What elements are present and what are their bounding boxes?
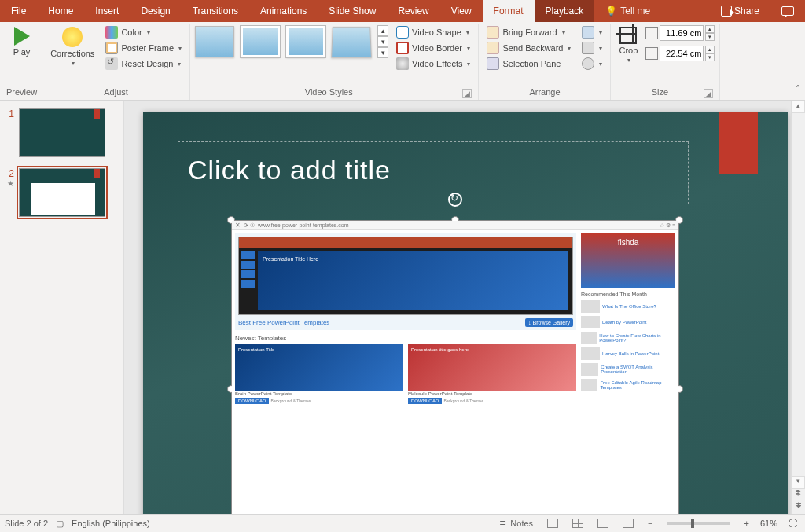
rotate-button[interactable] xyxy=(579,57,605,71)
crop-button[interactable]: Crop xyxy=(616,25,641,65)
align-button[interactable] xyxy=(579,25,605,39)
zoom-level[interactable]: 61% xyxy=(760,519,777,528)
size-dialog-launcher[interactable]: ◢ xyxy=(704,89,713,98)
zoom-slider[interactable] xyxy=(667,522,730,525)
group-size: Crop ▴▾ ▴▾ Size ◢ xyxy=(611,24,720,100)
group-objects-button[interactable] xyxy=(579,41,605,55)
width-up[interactable]: ▴ xyxy=(705,46,715,53)
align-icon xyxy=(582,26,594,39)
title-placeholder[interactable]: Click to add title xyxy=(178,141,689,204)
slideshow-view-button[interactable] xyxy=(619,519,637,528)
zoom-in-button[interactable]: + xyxy=(741,519,752,528)
slide-indicator[interactable]: Slide 2 of 2 xyxy=(5,519,48,528)
height-icon xyxy=(645,27,658,39)
thumbnail-1[interactable]: 1 xyxy=(5,108,119,157)
send-backward-icon xyxy=(487,42,499,54)
video-effects-button[interactable]: Video Effects xyxy=(393,57,473,71)
gallery-down-icon[interactable]: ▾ xyxy=(377,36,388,47)
template-2-name: Molecule PowerPoint Template xyxy=(408,391,576,396)
slide-sorter-view-button[interactable] xyxy=(569,519,586,528)
tab-format[interactable]: Format xyxy=(483,0,535,22)
video-border-button[interactable]: Video Border xyxy=(393,41,473,55)
reading-view-button[interactable] xyxy=(594,519,612,528)
video-styles-gallery[interactable]: ▴ ▾ ▾ xyxy=(195,25,388,58)
poster-frame-button[interactable]: Poster Frame xyxy=(102,41,185,55)
slide[interactable]: Click to add title ✕ ⟳ ① xyxy=(143,112,788,514)
adjust-stack: Color Poster Frame Reset Design xyxy=(102,25,185,71)
width-input[interactable] xyxy=(660,46,704,61)
video-shape-button[interactable]: Video Shape xyxy=(393,25,473,39)
webpage: Presentation Title Here Best Free PowerP… xyxy=(232,230,678,514)
group-label-preview: Preview xyxy=(6,86,37,100)
selection-pane-button[interactable]: Selection Pane xyxy=(483,57,574,71)
scroll-down-icon[interactable]: ▾ xyxy=(792,476,805,489)
slide-thumbnails-panel[interactable]: 1 2 ★ xyxy=(0,101,124,514)
reset-design-button[interactable]: Reset Design xyxy=(102,57,185,71)
video-shape-label: Video Shape xyxy=(412,28,461,37)
thumb-slide-1[interactable] xyxy=(19,108,105,157)
prev-slide-button[interactable]: ⯭ xyxy=(792,489,805,501)
width-down[interactable]: ▾ xyxy=(705,53,715,61)
tab-home[interactable]: Home xyxy=(37,0,84,22)
send-backward-button[interactable]: Send Backward xyxy=(483,41,574,55)
group-arrange: Bring Forward Send Backward Selection Pa… xyxy=(479,24,611,100)
gallery-up-icon[interactable]: ▴ xyxy=(377,25,388,36)
rec-5: Create a SWOT Analysis Presentation xyxy=(601,365,675,374)
height-input[interactable] xyxy=(660,25,704,41)
fit-to-window-button[interactable]: ⛶ xyxy=(785,519,800,528)
comments-button[interactable] xyxy=(770,0,805,22)
video-styles-dialog-launcher[interactable]: ◢ xyxy=(462,89,472,98)
rotate-handle[interactable] xyxy=(448,193,462,207)
zoom-out-button[interactable]: − xyxy=(645,519,656,528)
tab-review[interactable]: Review xyxy=(387,0,439,22)
spellcheck-icon[interactable]: ▢ xyxy=(56,519,64,529)
bring-forward-button[interactable]: Bring Forward xyxy=(483,25,574,39)
share-icon xyxy=(721,6,732,17)
browser-address-bar: ✕ ⟳ ① www.free-power-point-templates.com… xyxy=(232,221,678,230)
video-effects-icon xyxy=(396,57,409,70)
video-object[interactable]: ✕ ⟳ ① www.free-power-point-templates.com… xyxy=(231,220,679,514)
tab-playback[interactable]: Playback xyxy=(535,0,595,22)
slide-canvas[interactable]: Click to add title ✕ ⟳ ① xyxy=(124,101,791,514)
play-preview-button[interactable]: Play xyxy=(10,25,33,58)
rotate-icon xyxy=(582,57,594,70)
video-style-1[interactable] xyxy=(195,26,234,57)
corrections-label: Corrections xyxy=(50,49,94,58)
thumbnail-2[interactable]: 2 ★ xyxy=(5,168,119,217)
tab-view[interactable]: View xyxy=(440,0,483,22)
hero-screenshot: Presentation Title Here xyxy=(238,237,573,315)
browse-gallery-button: ↓ Browse Gallery xyxy=(525,318,573,327)
corrections-button[interactable]: Corrections xyxy=(47,25,97,68)
color-button[interactable]: Color xyxy=(102,25,185,39)
tell-me-search[interactable]: Tell me xyxy=(594,0,661,22)
share-button[interactable]: Share xyxy=(710,0,770,22)
tell-me-label: Tell me xyxy=(620,6,650,17)
play-icon xyxy=(14,27,30,46)
tab-insert[interactable]: Insert xyxy=(84,0,130,22)
normal-view-button[interactable] xyxy=(544,519,561,528)
vertical-scrollbar[interactable]: ▴ ▾ ⯭ ⯯ xyxy=(791,101,805,514)
height-up[interactable]: ▴ xyxy=(705,25,715,33)
scroll-up-icon[interactable]: ▴ xyxy=(792,101,805,113)
video-style-4[interactable] xyxy=(331,27,372,58)
height-down[interactable]: ▾ xyxy=(705,33,715,41)
thumb-number-1: 1 xyxy=(5,108,14,119)
tab-file[interactable]: File xyxy=(0,0,37,22)
tab-design[interactable]: Design xyxy=(130,0,181,22)
language-indicator[interactable]: English (Philippines) xyxy=(72,519,150,528)
template-2-image: Presentation title goes here xyxy=(408,344,576,391)
gallery-more-icon[interactable]: ▾ xyxy=(377,47,388,58)
animation-indicator-icon[interactable]: ★ xyxy=(7,179,14,188)
next-slide-button[interactable]: ⯯ xyxy=(792,501,805,514)
collapse-ribbon-button[interactable]: ˄ xyxy=(791,79,805,100)
bring-forward-label: Bring Forward xyxy=(502,28,557,37)
notes-button[interactable]: Notes xyxy=(496,519,536,529)
color-label: Color xyxy=(121,28,142,37)
video-style-2[interactable] xyxy=(241,26,280,57)
thumb-slide-2[interactable] xyxy=(19,168,105,217)
video-style-3[interactable] xyxy=(286,26,325,57)
tab-transitions[interactable]: Transitions xyxy=(182,0,249,22)
tab-slideshow[interactable]: Slide Show xyxy=(318,0,387,22)
tab-animations[interactable]: Animations xyxy=(249,0,318,22)
arrange-stack: Bring Forward Send Backward Selection Pa… xyxy=(483,25,574,71)
